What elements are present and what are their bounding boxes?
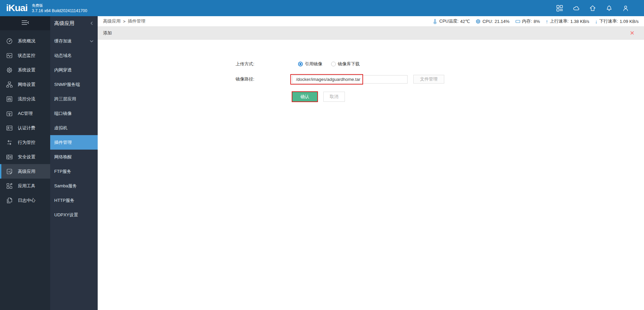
memory-stat: 内存: 8% xyxy=(515,18,540,24)
cpu-value: 21.14% xyxy=(494,19,509,24)
sidebar-item-system-settings[interactable]: 系统设置 xyxy=(0,63,50,77)
sidebar-collapse-toggle[interactable] xyxy=(0,16,50,30)
upload-method-options: 引用镜像 镜像库下载 xyxy=(298,61,360,67)
sidebar-item-label: 行为管控 xyxy=(18,140,35,146)
cloud-icon[interactable] xyxy=(573,5,580,12)
down-arrow-icon: ↓ xyxy=(595,19,598,24)
sidebar-item-label: 流控分流 xyxy=(18,96,35,102)
gauge-icon xyxy=(6,37,13,45)
sidebar-item-label: 状态监控 xyxy=(18,53,35,59)
firewall-icon xyxy=(6,153,13,161)
apps-grid-icon[interactable] xyxy=(556,5,563,12)
submenu-item-cache-acceleration[interactable]: 缓存加速 xyxy=(50,34,98,48)
edition-label: 免费版 xyxy=(32,3,87,8)
sidebar-item-log-center[interactable]: 日志中心 xyxy=(0,193,50,208)
submenu-item-label: 缓存加速 xyxy=(54,38,72,44)
submenu-item-label: HTTP服务 xyxy=(54,197,74,204)
radio-library-download-label: 镜像库下载 xyxy=(338,61,360,67)
sidebar-item-label: 认证计费 xyxy=(18,125,35,131)
sidebar-item-system-overview[interactable]: 系统概况 xyxy=(0,34,50,48)
image-path-row: 镜像路径: 文件管理 xyxy=(98,75,644,84)
sidebar-item-label: 系统概况 xyxy=(18,38,35,44)
bell-icon[interactable] xyxy=(606,5,613,12)
cpu-stat: CPU: 21.14% xyxy=(476,19,509,24)
chevron-left-icon[interactable] xyxy=(90,21,94,26)
ikuai-logo: iKuai xyxy=(6,1,27,15)
submenu-item-ddns[interactable]: 动态域名 xyxy=(50,48,98,63)
radio-selected-icon[interactable] xyxy=(298,62,303,66)
panel-titlebar: 添加 ✕ xyxy=(98,26,644,40)
breadcrumb-bar: 高级应用 > 插件管理 CPU温度: 42℃ CPU: 21.14% 内存: xyxy=(98,16,644,26)
confirm-button[interactable]: 确认 xyxy=(292,92,317,101)
radio-library-download[interactable]: 镜像库下载 xyxy=(331,61,360,67)
topbar: iKuai 免费版 3.7.16 x64 Build202411141700 xyxy=(0,0,644,16)
sidebar-item-app-tools[interactable]: 应用工具 xyxy=(0,179,50,193)
cpu-chip-icon xyxy=(476,19,481,24)
download-label: 下行速率: xyxy=(599,18,618,24)
submenu-item-snmp-server[interactable]: SNMP服务端 xyxy=(50,77,98,92)
monitor-pulse-icon xyxy=(6,52,13,59)
upload-label: 上行速率: xyxy=(550,18,569,24)
sidebar-item-label: 系统设置 xyxy=(18,67,35,73)
submenu-item-virtual-machine[interactable]: 虚拟机 xyxy=(50,121,98,135)
sidebar-item-label: 安全设置 xyxy=(18,154,35,160)
submenu-item-label: 插件管理 xyxy=(54,140,72,146)
home-icon[interactable] xyxy=(589,5,596,12)
content-area: 高级应用 > 插件管理 CPU温度: 42℃ CPU: 21.14% 内存: xyxy=(98,16,644,310)
submenu-item-cross-l3-app[interactable]: 跨三层应用 xyxy=(50,92,98,106)
sidebar-item-auth-billing[interactable]: 认证计费 xyxy=(0,121,50,135)
radio-reference-image[interactable]: 引用镜像 xyxy=(298,61,322,67)
submenu-item-label: Samba服务 xyxy=(54,183,77,189)
submenu-item-intranet-tunnel[interactable]: 内网穿透 xyxy=(50,63,98,77)
submenu-item-ftp-service[interactable]: FTP服务 xyxy=(50,164,98,179)
chevron-down-icon xyxy=(90,39,94,43)
close-icon[interactable]: ✕ xyxy=(630,30,639,36)
brand: iKuai 免费版 3.7.16 x64 Build202411141700 xyxy=(0,1,87,15)
sidebar-item-label: 高级应用 xyxy=(18,168,35,175)
sidebar-item-network-settings[interactable]: 网络设置 xyxy=(0,77,50,92)
sidebar-item-label: 日志中心 xyxy=(18,197,35,204)
sidebar-item-advanced-apps[interactable]: 高级应用 xyxy=(0,164,50,179)
submenu-item-label: 端口镜像 xyxy=(54,111,72,117)
up-arrow-icon: ↑ xyxy=(546,19,548,24)
annotation-box: 确认 xyxy=(292,91,318,102)
cancel-button[interactable]: 取消 xyxy=(323,92,345,102)
submenu-item-port-mirror[interactable]: 端口镜像 xyxy=(50,106,98,121)
add-plugin-form: 上传方式: 引用镜像 镜像库下载 镜像路径: xyxy=(98,40,644,102)
file-manager-button[interactable]: 文件管理 xyxy=(413,75,444,84)
swap-arrows-icon xyxy=(6,139,13,146)
radio-unselected-icon[interactable] xyxy=(331,62,336,66)
image-path-input[interactable] xyxy=(292,75,408,84)
sliders-icon xyxy=(6,95,13,103)
submenu-item-samba-service[interactable]: Samba服务 xyxy=(50,179,98,193)
submenu-item-wake-on-lan[interactable]: 网络唤醒 xyxy=(50,150,98,164)
download-value: 1.09 KB/s xyxy=(620,19,639,24)
submenu-item-label: 虚拟机 xyxy=(54,125,67,131)
sidebar-item-security-settings[interactable]: 安全设置 xyxy=(0,150,50,164)
sidebar-item-status-monitor[interactable]: 状态监控 xyxy=(0,48,50,63)
breadcrumb: 高级应用 > 插件管理 xyxy=(103,18,146,24)
sidebar-item-ac-management[interactable]: AC管理 xyxy=(0,106,50,121)
submenu-item-label: FTP服务 xyxy=(54,168,71,175)
breadcrumb-current: 插件管理 xyxy=(128,18,146,24)
memory-value: 8% xyxy=(534,19,540,24)
user-icon[interactable] xyxy=(622,5,629,12)
sidebar-item-label: 应用工具 xyxy=(18,183,35,189)
submenu-item-plugin-management[interactable]: 插件管理 xyxy=(50,135,98,150)
upload-stat: ↑ 上行速率: 1.38 KB/s xyxy=(546,18,589,24)
submenu-header: 高级应用 xyxy=(50,16,98,30)
submenu-list: 缓存加速 动态域名 内网穿透 SNMP服务端 跨三层应用 端口镜像 虚拟机 xyxy=(50,30,98,222)
build-label: 3.7.16 x64 Build202411141700 xyxy=(32,8,87,13)
sidebar-item-traffic-control[interactable]: 流控分流 xyxy=(0,92,50,106)
wifi-device-icon xyxy=(6,110,13,117)
submenu-sidebar: 高级应用 缓存加速 动态域名 内网穿透 SNMP服务端 跨三层应用 xyxy=(50,16,98,310)
submenu-item-http-service[interactable]: HTTP服务 xyxy=(50,193,98,208)
submenu-item-label: 跨三层应用 xyxy=(54,96,76,102)
submenu-item-udpxy-settings[interactable]: UDPXY设置 xyxy=(50,208,98,222)
topbar-actions xyxy=(556,5,644,12)
sidebar-item-behavior-control[interactable]: 行为管控 xyxy=(0,135,50,150)
sidebar-item-label: AC管理 xyxy=(18,111,33,117)
id-card-icon xyxy=(6,124,13,132)
breadcrumb-parent[interactable]: 高级应用 xyxy=(103,18,121,24)
sidebar-item-label: 网络设置 xyxy=(18,82,35,88)
